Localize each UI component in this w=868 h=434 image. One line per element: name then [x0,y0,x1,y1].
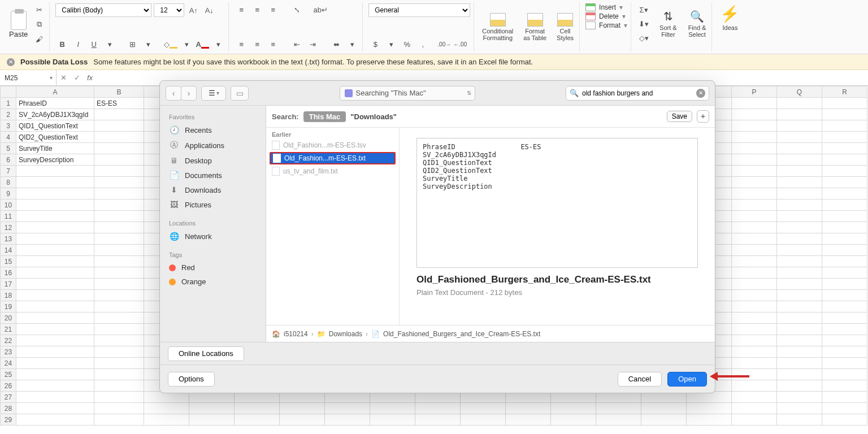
cell[interactable] [506,403,551,414]
number-format-select[interactable]: General [368,3,470,17]
cell[interactable] [732,177,777,188]
cell[interactable] [822,222,867,233]
cell[interactable] [687,414,732,426]
sidebar-item-network[interactable]: 🌐Network [160,229,266,244]
cell[interactable] [732,313,777,324]
cell[interactable] [94,380,144,392]
font-color-button[interactable]: A [196,38,209,50]
cell[interactable] [16,324,94,335]
cell[interactable] [732,414,777,426]
copy-button[interactable]: ⧉ [32,18,46,31]
cell[interactable] [94,301,144,313]
cell[interactable] [16,245,94,256]
cell[interactable] [822,414,867,426]
cell[interactable] [732,380,777,392]
cell[interactable] [94,346,144,358]
cell[interactable]: QID1_QuestionText [16,120,94,132]
cell[interactable] [325,403,370,414]
cell[interactable] [777,324,822,335]
row-header[interactable]: 29 [1,414,16,426]
fill-color-dropdown[interactable]: ▾ [180,38,193,50]
align-left-button[interactable]: ≡ [235,38,248,50]
align-bottom-button[interactable]: ≡ [266,3,280,16]
cell[interactable] [822,313,867,324]
increase-decimal-button[interactable]: .00→ [437,38,451,50]
cell[interactable] [777,98,822,109]
cell[interactable] [94,245,144,256]
enter-formula-button[interactable]: ✓ [70,73,84,82]
cell[interactable] [461,403,506,414]
cell[interactable] [822,256,867,267]
decrease-font-button[interactable]: A↓ [202,4,216,16]
row-header[interactable]: 25 [1,369,16,380]
cell[interactable] [822,346,867,358]
cell[interactable] [822,392,867,403]
cell[interactable] [94,222,144,233]
save-search-button[interactable]: Save [667,111,692,122]
cell[interactable] [777,346,822,358]
row-header[interactable]: 27 [1,392,16,403]
row-header[interactable]: 23 [1,346,16,358]
row-header[interactable]: 22 [1,335,16,346]
name-box[interactable]: M25 [0,70,57,85]
cell[interactable] [16,267,94,279]
cell[interactable] [822,143,867,154]
cell[interactable] [777,109,822,120]
cell[interactable] [94,392,144,403]
cell[interactable] [94,211,144,222]
cell[interactable] [822,279,867,290]
cell[interactable] [732,403,777,414]
cell[interactable] [732,199,777,211]
cell[interactable] [732,222,777,233]
file-row[interactable]: us_tv_and_film.txt [266,165,399,177]
borders-button[interactable]: ⊞ [125,38,139,50]
row-header[interactable]: 1 [1,98,16,109]
format-painter-button[interactable]: 🖌 [32,33,46,45]
cell[interactable] [94,256,144,267]
cell[interactable] [94,267,144,279]
cell[interactable] [94,233,144,245]
open-button[interactable]: Open [667,372,707,387]
cell[interactable] [732,245,777,256]
cell[interactable] [144,414,189,426]
cell[interactable] [16,188,94,199]
col-header-A[interactable]: A [16,86,94,98]
autosum-button[interactable]: Σ▾ [637,3,650,16]
row-header[interactable]: 13 [1,233,16,245]
cell[interactable] [732,267,777,279]
cell[interactable] [777,143,822,154]
cell[interactable] [16,414,94,426]
cell[interactable] [94,188,144,199]
cut-button[interactable]: ✂ [32,3,46,16]
cell[interactable] [777,177,822,188]
cell[interactable] [822,109,867,120]
row-header[interactable]: 24 [1,358,16,369]
cell[interactable] [94,335,144,346]
file-row-selected[interactable]: Old_Fashion...m-ES-ES.txt [270,152,396,164]
search-field[interactable]: 🔍 ✕ [566,86,709,101]
cell[interactable] [822,358,867,369]
cell[interactable] [732,98,777,109]
cell[interactable] [551,414,596,426]
cell[interactable] [16,222,94,233]
row-header[interactable]: 4 [1,132,16,143]
align-middle-button[interactable]: ≡ [250,3,264,16]
sort-filter-button[interactable]: ⇅Sort & Filter [657,8,679,39]
sidebar-item-applications[interactable]: ⒶApplications [160,137,266,153]
cell[interactable] [732,392,777,403]
row-header[interactable]: 21 [1,324,16,335]
scope-downloads[interactable]: "Downloads" [350,112,397,121]
cell[interactable] [732,109,777,120]
cell[interactable] [777,369,822,380]
file-row[interactable]: Old_Fashion...m-ES-ES.tsv [266,139,399,151]
nav-forward-button[interactable]: › [181,86,197,101]
cell[interactable] [732,279,777,290]
row-header[interactable]: 18 [1,290,16,301]
online-locations-button[interactable]: Online Locations [168,346,244,361]
cancel-button[interactable]: Cancel [618,372,662,387]
cell[interactable] [822,154,867,166]
cell[interactable] [415,414,461,426]
cell[interactable] [16,380,94,392]
cell[interactable] [822,267,867,279]
cell[interactable] [16,279,94,290]
